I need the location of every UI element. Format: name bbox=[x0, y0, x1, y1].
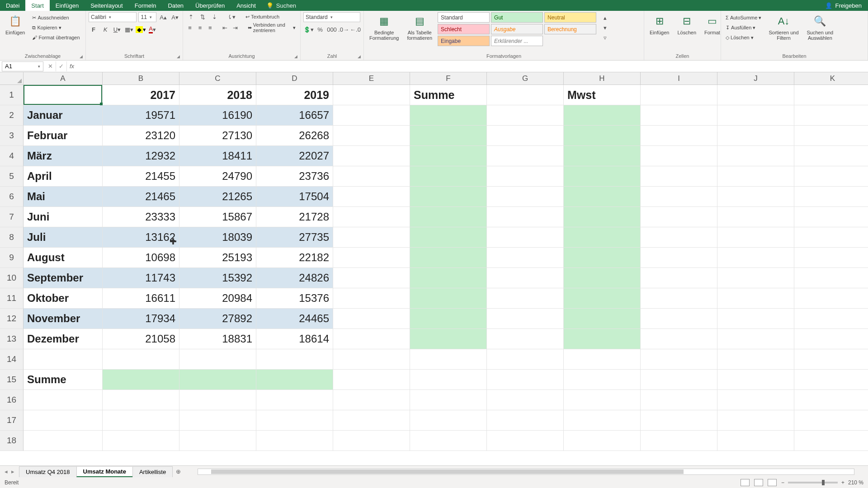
cell[interactable] bbox=[410, 410, 487, 431]
cell[interactable] bbox=[487, 288, 564, 309]
cell[interactable] bbox=[794, 390, 868, 410]
cell[interactable]: 2017 bbox=[103, 85, 179, 105]
share-button[interactable]: 👤 Freigeben bbox=[825, 2, 862, 9]
cell[interactable] bbox=[333, 431, 410, 451]
tab-formeln[interactable]: Formeln bbox=[129, 0, 162, 11]
cell[interactable] bbox=[641, 390, 717, 410]
month-label[interactable]: Januar bbox=[24, 105, 103, 126]
format-painter-button[interactable]: 🖌 Format übertragen bbox=[30, 33, 81, 42]
format-cells-button[interactable]: ▭Format bbox=[702, 12, 723, 37]
cell[interactable] bbox=[641, 105, 717, 126]
paste-button[interactable]: 📋 Einfügen bbox=[3, 12, 28, 37]
sheet-tab-umsatz-monate[interactable]: Umsatz Monate bbox=[76, 466, 133, 477]
border-button[interactable]: ▦▾ bbox=[124, 25, 134, 34]
cell[interactable] bbox=[24, 410, 103, 431]
summe-total-cell[interactable] bbox=[103, 370, 179, 390]
merge-center-button[interactable]: ⬌ Verbinden und zentrieren ▾ bbox=[246, 23, 297, 32]
cell[interactable] bbox=[24, 349, 103, 370]
cell[interactable] bbox=[717, 288, 794, 309]
cell[interactable] bbox=[717, 227, 794, 248]
cell[interactable] bbox=[487, 126, 564, 146]
sheet-tab-umsatz-q4[interactable]: Umsatz Q4 2018 bbox=[19, 466, 77, 477]
cell[interactable]: 15867 bbox=[179, 207, 256, 227]
cell[interactable] bbox=[641, 166, 717, 187]
cell[interactable]: 21728 bbox=[256, 207, 333, 227]
cell[interactable] bbox=[487, 227, 564, 248]
mwst-cell[interactable] bbox=[564, 309, 641, 329]
cell[interactable]: 21465 bbox=[103, 187, 179, 207]
row-header[interactable]: 12 bbox=[0, 309, 24, 329]
cell[interactable] bbox=[717, 349, 794, 370]
row-header[interactable]: 14 bbox=[0, 349, 24, 370]
row-header[interactable]: 5 bbox=[0, 166, 24, 187]
row-header[interactable]: 4 bbox=[0, 146, 24, 166]
cell[interactable] bbox=[487, 410, 564, 431]
cell[interactable] bbox=[179, 431, 256, 451]
row-header[interactable]: 18 bbox=[0, 431, 24, 451]
cell[interactable] bbox=[641, 288, 717, 309]
cell[interactable] bbox=[103, 390, 179, 410]
cell[interactable]: 21058 bbox=[103, 329, 179, 349]
cell[interactable] bbox=[641, 227, 717, 248]
format-as-table-button[interactable]: ▤Als Tabelle formatieren bbox=[404, 12, 435, 42]
cell[interactable] bbox=[24, 390, 103, 410]
cell[interactable] bbox=[641, 146, 717, 166]
cell[interactable] bbox=[717, 309, 794, 329]
cell[interactable] bbox=[794, 268, 868, 288]
cell[interactable] bbox=[333, 146, 410, 166]
cell[interactable]: 23120 bbox=[103, 126, 179, 146]
cell[interactable] bbox=[179, 410, 256, 431]
cell[interactable] bbox=[487, 207, 564, 227]
styles-scroll-down[interactable]: ▾ bbox=[600, 23, 610, 32]
row-header[interactable]: 8 bbox=[0, 227, 24, 248]
cell[interactable]: 2019 bbox=[256, 85, 333, 105]
cell[interactable]: 11743 bbox=[103, 268, 179, 288]
cell[interactable] bbox=[717, 85, 794, 105]
align-center-button[interactable]: ≡ bbox=[196, 23, 204, 32]
increase-decimal-button[interactable]: .0→ bbox=[339, 25, 349, 34]
cell[interactable] bbox=[564, 390, 641, 410]
cell-style-schlecht[interactable]: Schlecht bbox=[438, 24, 490, 34]
cell[interactable] bbox=[487, 85, 564, 105]
select-all-corner[interactable] bbox=[0, 72, 24, 85]
cell[interactable] bbox=[103, 349, 179, 370]
wrap-text-button[interactable]: ↩ Textumbruch bbox=[244, 12, 281, 21]
cut-button[interactable]: ✂ Ausschneiden bbox=[30, 13, 81, 22]
month-label[interactable]: Februar bbox=[24, 126, 103, 146]
cell[interactable] bbox=[717, 207, 794, 227]
bold-button[interactable]: F bbox=[89, 25, 99, 34]
cell[interactable] bbox=[333, 288, 410, 309]
cell[interactable] bbox=[641, 349, 717, 370]
increase-font-button[interactable]: A▴ bbox=[158, 13, 168, 22]
cell[interactable] bbox=[333, 268, 410, 288]
cell[interactable]: 23736 bbox=[256, 166, 333, 187]
column-header[interactable]: F bbox=[410, 72, 487, 85]
cell[interactable] bbox=[487, 309, 564, 329]
orientation-button[interactable]: ⤹▾ bbox=[226, 12, 236, 21]
cell-style-ausgabe[interactable]: Ausgabe bbox=[491, 24, 543, 34]
mwst-cell[interactable] bbox=[564, 248, 641, 268]
cell[interactable]: 27130 bbox=[179, 126, 256, 146]
cell[interactable] bbox=[333, 227, 410, 248]
italic-button[interactable]: K bbox=[100, 25, 110, 34]
mwst-cell[interactable] bbox=[564, 126, 641, 146]
cell[interactable] bbox=[333, 85, 410, 105]
mwst-cell[interactable] bbox=[564, 288, 641, 309]
cell[interactable] bbox=[333, 349, 410, 370]
column-header[interactable]: C bbox=[179, 72, 256, 85]
column-header[interactable]: B bbox=[103, 72, 179, 85]
horizontal-scrollbar[interactable] bbox=[198, 469, 854, 475]
cell[interactable]: 22182 bbox=[256, 248, 333, 268]
cell[interactable]: 15376 bbox=[256, 288, 333, 309]
cell[interactable]: 16611 bbox=[103, 288, 179, 309]
worksheet-grid[interactable]: ABCDEFGHIJK 123456789101112131415161718 … bbox=[0, 72, 868, 465]
accounting-format-button[interactable]: 💲▾ bbox=[303, 25, 313, 34]
cell[interactable] bbox=[487, 370, 564, 390]
dialog-launcher-icon[interactable]: ◢ bbox=[177, 54, 180, 59]
cell[interactable] bbox=[641, 329, 717, 349]
autosum-button[interactable]: Σ AutoSumme ▾ bbox=[724, 13, 763, 22]
month-label[interactable]: August bbox=[24, 248, 103, 268]
cell[interactable] bbox=[487, 187, 564, 207]
tab-nav-last-icon[interactable]: ▸ bbox=[11, 468, 14, 475]
cell[interactable]: 19571 bbox=[103, 105, 179, 126]
